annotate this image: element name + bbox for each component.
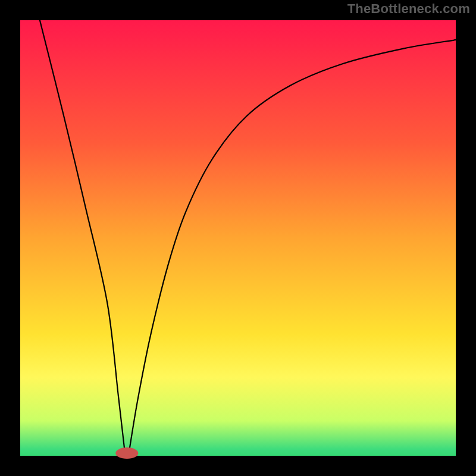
watermark-text: TheBottleneck.com <box>347 1 470 17</box>
bottleneck-chart <box>0 0 476 476</box>
bottleneck-marker <box>115 447 138 459</box>
plot-background <box>20 20 456 456</box>
